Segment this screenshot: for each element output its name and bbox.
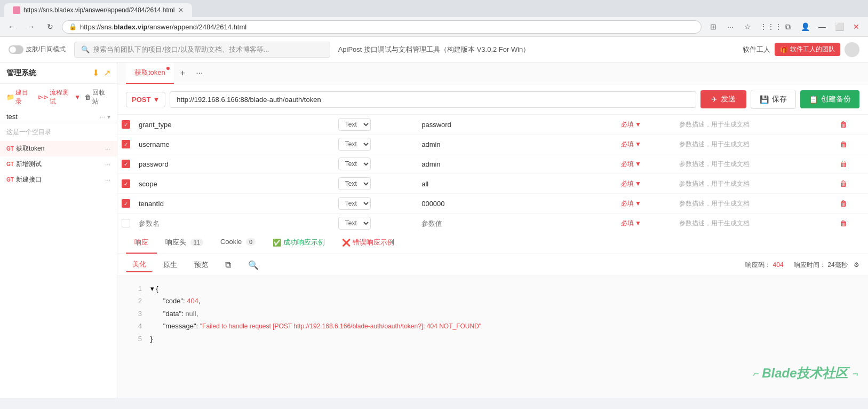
status-code-label: 响应码：: [745, 261, 771, 269]
bookmarks-button[interactable]: ⋮⋮⋮: [763, 19, 778, 34]
url-input[interactable]: [170, 91, 696, 108]
method-select[interactable]: POST ▼: [126, 92, 165, 107]
status-code-value: 404: [773, 261, 784, 269]
delete-icon-2[interactable]: 🗑: [840, 160, 847, 168]
param-desc-cell-1: 参数描述，用于生成文档: [675, 135, 835, 154]
sidebar-search-row: ··· ▾: [0, 111, 117, 123]
resp-tab-cookie[interactable]: Cookie 0: [212, 232, 264, 254]
param-name-input-2[interactable]: [139, 160, 330, 168]
param-name-input-3[interactable]: [139, 180, 330, 188]
delete-icon-3[interactable]: 🗑: [840, 179, 847, 188]
sidebar-search-input[interactable]: [6, 113, 100, 121]
param-value-input-2[interactable]: [421, 160, 612, 168]
create-backup-button[interactable]: 📋 创建备份: [800, 90, 859, 108]
resp-tab-error[interactable]: ❌ 错误响应示例: [333, 232, 403, 254]
search-btn[interactable]: 🔍: [242, 258, 265, 272]
checkbox-cell-0[interactable]: ✓: [117, 115, 134, 135]
close-browser-button[interactable]: ✕: [849, 19, 864, 34]
minimize-button[interactable]: —: [815, 19, 830, 34]
preview-btn[interactable]: 预览: [188, 258, 214, 272]
sidebar-item-more-new-test[interactable]: ···: [105, 161, 110, 168]
param-value-input-4[interactable]: [421, 200, 612, 208]
send-button[interactable]: ✈ 发送: [700, 90, 746, 108]
tab-more-button[interactable]: ···: [192, 66, 207, 80]
share-icon[interactable]: ↗: [103, 68, 110, 78]
delete-icon-4[interactable]: 🗑: [840, 199, 847, 208]
required-dropdown-2[interactable]: 必填 ▼: [621, 160, 671, 169]
param-type-select-3[interactable]: Text: [338, 177, 371, 190]
sidebar-item-get-token[interactable]: GT 获取token ···: [0, 141, 117, 156]
extensions-button[interactable]: ⊞: [706, 19, 721, 34]
browser-tab-bar: https://sns.bladex.vip/answer/append/248…: [0, 0, 868, 17]
required-dropdown-5[interactable]: 必填 ▼: [621, 219, 671, 228]
settings-icon[interactable]: ⚙: [854, 261, 859, 269]
resp-tab-response[interactable]: 响应: [126, 232, 157, 254]
param-type-select-4[interactable]: Text: [338, 197, 371, 210]
checkbox-3[interactable]: ✓: [122, 179, 130, 188]
raw-btn[interactable]: 原生: [157, 258, 184, 272]
skin-toggle[interactable]: 皮肤/日间模式: [9, 45, 66, 54]
sidebar-nav-new-dir[interactable]: 📁 建目录: [6, 88, 34, 106]
delete-icon-5[interactable]: 🗑: [840, 219, 847, 227]
param-name-input-4[interactable]: [139, 200, 330, 208]
tab-manager-button[interactable]: ⧉: [781, 19, 795, 34]
required-dropdown-1[interactable]: 必填 ▼: [621, 140, 671, 149]
tab-add-button[interactable]: +: [176, 66, 189, 80]
checkbox-cell-1[interactable]: ✓: [117, 135, 134, 154]
checkbox-5[interactable]: [122, 219, 130, 227]
param-desc-cell-4: 参数描述，用于生成文档: [675, 194, 835, 214]
param-value-input-5[interactable]: [421, 219, 612, 227]
param-type-select-2[interactable]: Text: [338, 158, 371, 170]
refresh-button[interactable]: ↻: [43, 19, 58, 34]
param-name-input-0[interactable]: [139, 121, 330, 129]
more-button[interactable]: ···: [723, 19, 738, 34]
forward-button[interactable]: →: [23, 19, 38, 34]
checkbox-cell-3[interactable]: ✓: [117, 174, 134, 194]
param-value-input-0[interactable]: [421, 121, 612, 129]
param-type-select-5[interactable]: Text: [338, 217, 371, 230]
sidebar-expand-icon[interactable]: ▾: [107, 113, 110, 121]
checkbox-1[interactable]: ✓: [122, 140, 130, 148]
profile-button[interactable]: 👤: [798, 19, 813, 34]
checkbox-2[interactable]: ✓: [122, 160, 130, 168]
sidebar-item-more-get-token[interactable]: ···: [105, 145, 110, 153]
beautify-btn[interactable]: 美化: [126, 257, 153, 272]
sidebar-item-new-api[interactable]: GT 新建接口 ···: [0, 172, 117, 187]
param-type-select-0[interactable]: Text: [338, 118, 371, 131]
star-button[interactable]: ☆: [740, 19, 755, 34]
back-button[interactable]: ←: [4, 19, 19, 34]
save-button[interactable]: 💾 保存: [751, 90, 796, 109]
sidebar-nav-trash[interactable]: 🗑 回收站: [85, 88, 110, 106]
resp-tab-success[interactable]: ✅ 成功响应示例: [264, 232, 333, 254]
search-bar[interactable]: 🔍 搜索当前团队下的项目/接口/以及帮助文档、技术博客等...: [74, 42, 330, 58]
worker-team-button[interactable]: 🎁 软件工人的团队: [775, 43, 840, 56]
checkbox-cell-5[interactable]: [117, 214, 134, 233]
tab-get-token[interactable]: 获取token: [126, 62, 174, 84]
required-dropdown-3[interactable]: 必填 ▼: [621, 179, 671, 188]
sidebar-item-new-test[interactable]: GT 新增测试 ···: [0, 156, 117, 172]
copy-btn[interactable]: ⧉: [219, 258, 237, 272]
required-dropdown-0[interactable]: 必填 ▼: [621, 120, 671, 129]
table-row: ✓ Text: [117, 135, 868, 154]
delete-icon-1[interactable]: 🗑: [840, 140, 847, 148]
checkbox-cell-2[interactable]: ✓: [117, 154, 134, 174]
param-value-input-1[interactable]: [421, 140, 612, 148]
address-bar[interactable]: 🔒 https://sns.bladex.vip/answer/append/2…: [62, 20, 702, 34]
maximize-button[interactable]: ⬜: [832, 19, 847, 34]
close-tab-icon[interactable]: ✕: [178, 6, 184, 14]
browser-tab[interactable]: https://sns.bladex.vip/answer/append/248…: [4, 3, 192, 17]
checkbox-0[interactable]: ✓: [122, 120, 130, 129]
checkbox-cell-4[interactable]: ✓: [117, 194, 134, 214]
sidebar-more-icon[interactable]: ···: [100, 113, 105, 121]
resp-tab-headers[interactable]: 响应头 11: [157, 232, 212, 254]
param-type-select-1[interactable]: Text: [338, 138, 371, 151]
checkbox-4[interactable]: ✓: [122, 199, 130, 208]
sidebar-nav-flow-test[interactable]: ⊳⊳ 流程测试 ▼: [38, 88, 81, 106]
delete-icon-0[interactable]: 🗑: [840, 120, 847, 129]
param-name-input-5[interactable]: [139, 219, 330, 227]
param-name-input-1[interactable]: [139, 140, 330, 148]
param-value-input-3[interactable]: [421, 180, 612, 188]
sidebar-item-more-new-api[interactable]: ···: [105, 176, 110, 184]
required-dropdown-4[interactable]: 必填 ▼: [621, 199, 671, 208]
download-icon[interactable]: ⬇: [92, 68, 99, 78]
